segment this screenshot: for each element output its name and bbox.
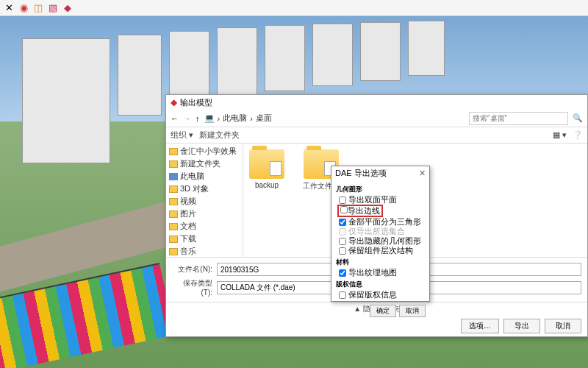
tree-label: 新建文件夹 <box>180 158 220 169</box>
gift-icon[interactable]: ▧ <box>47 2 59 14</box>
folder-item[interactable]: backup <box>249 149 284 189</box>
folder-icon <box>249 149 284 179</box>
view-icon[interactable]: ▦ ▾ <box>553 130 567 140</box>
tree-item[interactable]: 下载 <box>168 233 241 245</box>
checkbox <box>339 228 346 236</box>
option-label: 金部平面分为三角形 <box>348 217 421 227</box>
tree-label: 此电脑 <box>180 171 204 182</box>
dialog-toolbar: 组织 ▾ 新建文件夹 ▦ ▾ ❔ <box>166 127 587 144</box>
checkbox[interactable] <box>339 219 346 226</box>
search-icon[interactable]: 🔍 <box>573 113 583 123</box>
tree-item[interactable]: 3D 对象 <box>168 183 241 195</box>
options-titlebar[interactable]: DAE 导出选项 ✕ <box>331 166 429 180</box>
dae-options-dialog: DAE 导出选项 ✕ 几何图形 导出双面平面导出边线金部平面分为三角形仅导出所选… <box>331 166 430 302</box>
tree-item[interactable]: 音乐 <box>168 245 241 257</box>
nav-bar: ← → ↑ 💻 › 此电脑 › 桌面 🔍 <box>166 110 587 127</box>
option-label: 导出双面平面 <box>348 195 397 205</box>
nav-back-icon[interactable]: ← <box>171 114 179 123</box>
option-checkbox-row: 仅导出所选集合 <box>336 227 425 236</box>
computer-icon <box>169 173 178 180</box>
option-checkbox-row[interactable]: 保留版权信息 <box>336 290 425 300</box>
section-credits: 版权信息 <box>336 280 425 289</box>
option-checkbox-row[interactable]: 导出边线 <box>334 205 425 217</box>
option-checkbox-row[interactable]: 金部平面分为三角形 <box>336 217 425 227</box>
tree-label: 文档 <box>180 221 196 232</box>
section-material: 材料 <box>336 258 425 267</box>
tree-label: 视频 <box>180 196 196 207</box>
building <box>22 38 110 163</box>
nav-fwd-icon[interactable]: → <box>183 114 191 123</box>
option-checkbox-row[interactable]: 导出隐藏的几何图形 <box>336 236 425 246</box>
option-label: 保留版权信息 <box>348 290 397 300</box>
ok-button[interactable]: 确定 <box>370 305 396 317</box>
folder-tree[interactable]: 金汇中小学效果新建文件夹此电脑3D 对象视频图片文档下载音乐桌面本地磁盘 (C:… <box>166 144 243 257</box>
breadcrumb[interactable]: 💻 › 此电脑 › 桌面 <box>204 113 465 124</box>
checkbox[interactable] <box>339 291 346 299</box>
tree-label: 金汇中小学效果 <box>180 146 237 157</box>
folder-icon <box>169 210 178 218</box>
section-geometry: 几何图形 <box>336 185 425 194</box>
folder-icon <box>169 223 178 230</box>
building <box>169 31 209 105</box>
checkbox[interactable] <box>339 247 346 255</box>
option-checkbox-row[interactable]: 导出双面平面 <box>336 195 425 205</box>
option-label: 导出边线 <box>348 206 380 215</box>
tools-icon[interactable]: ✕ <box>3 2 15 14</box>
breadcrumb-item[interactable]: 桌面 <box>256 113 272 124</box>
folder-icon <box>169 248 178 255</box>
building <box>408 21 445 76</box>
nav-up-icon[interactable]: ↑ <box>196 114 200 123</box>
checkbox[interactable] <box>340 206 348 213</box>
building <box>360 22 401 81</box>
main-toolbar: ✕ ◉ ◫ ▧ ◆ <box>0 0 588 16</box>
building <box>118 35 162 116</box>
new-folder-button[interactable]: 新建文件夹 <box>199 130 240 141</box>
building <box>265 25 305 91</box>
options-title: DAE 导出选项 <box>335 168 387 179</box>
tree-item[interactable]: 图片 <box>168 208 241 220</box>
option-label: 导出隐藏的几何图形 <box>348 236 421 246</box>
tree-label: 下载 <box>180 233 196 244</box>
option-checkbox-row[interactable]: 保留组件层次结构 <box>336 246 425 255</box>
tree-label: 3D 对象 <box>180 183 209 194</box>
options-button[interactable]: 选项… <box>461 319 499 333</box>
dialog-title: 输出模型 <box>180 97 212 108</box>
building <box>217 27 257 97</box>
cancel-button[interactable]: 取消 <box>545 319 581 333</box>
tree-label: 音乐 <box>180 246 196 257</box>
option-label: 仅导出所选集合 <box>348 227 405 236</box>
gem-icon[interactable]: ◆ <box>62 2 74 14</box>
breadcrumb-item[interactable]: 此电脑 <box>223 113 247 124</box>
option-checkbox-row[interactable]: 导出纹理地图 <box>336 268 425 277</box>
folder-label: backup <box>255 181 279 189</box>
folder-icon <box>169 160 178 168</box>
filetype-label: 保存类型(T): <box>172 278 212 297</box>
folder-icon <box>169 148 178 155</box>
tree-item[interactable]: 视频 <box>168 195 241 208</box>
computer-icon: 💻 <box>204 113 215 123</box>
tree-item[interactable]: 新建文件夹 <box>168 158 241 170</box>
search-input[interactable] <box>469 112 568 125</box>
folder-icon <box>169 185 178 193</box>
checkbox[interactable] <box>339 197 346 204</box>
cube-icon[interactable]: ◫ <box>32 2 44 14</box>
checkbox[interactable] <box>339 238 346 245</box>
tree-item[interactable]: 此电脑 <box>168 170 241 183</box>
organize-menu[interactable]: 组织 ▾ <box>171 130 193 141</box>
option-label: 保留组件层次结构 <box>348 246 413 255</box>
eye-icon[interactable]: ◉ <box>18 2 29 14</box>
building <box>312 24 353 86</box>
option-label: 导出纹理地图 <box>348 268 397 277</box>
folder-icon <box>169 198 178 205</box>
filename-label: 文件名(N): <box>172 264 212 275</box>
dialog-titlebar[interactable]: ◆ 输出模型 <box>166 95 587 110</box>
folder-icon <box>169 236 178 243</box>
tree-item[interactable]: 金汇中小学效果 <box>168 145 241 158</box>
checkbox[interactable] <box>339 269 346 277</box>
cancel-button[interactable]: 取消 <box>399 305 426 317</box>
close-icon[interactable]: ✕ <box>419 169 426 178</box>
export-button[interactable]: 导出 <box>503 319 540 333</box>
help-icon[interactable]: ❔ <box>573 130 583 140</box>
tree-item[interactable]: 文档 <box>168 220 241 233</box>
app-icon: ◆ <box>171 97 177 107</box>
